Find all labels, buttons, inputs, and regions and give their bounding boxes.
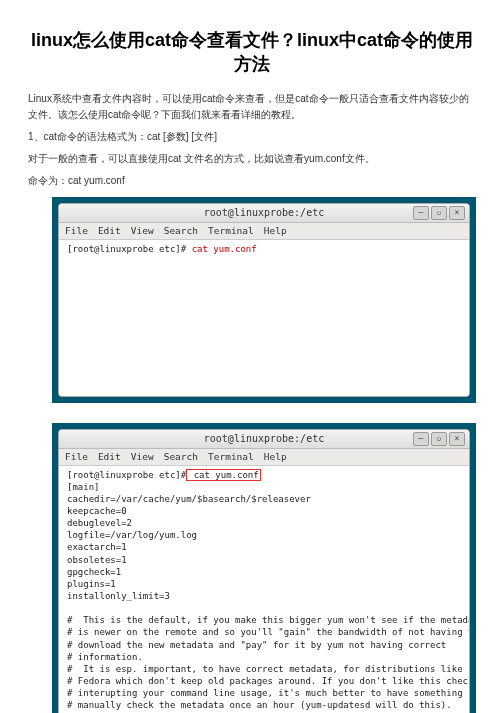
menu-help[interactable]: Help <box>264 223 287 239</box>
menu-view[interactable]: View <box>131 223 154 239</box>
terminal-content[interactable]: [root@linuxprobe etc]# cat yum.conf <box>59 240 469 396</box>
menu-terminal[interactable]: Terminal <box>208 449 254 465</box>
window-titlebar: root@linuxprobe:/etc – ▫ × <box>59 204 469 223</box>
paragraph-syntax: 1、cat命令的语法格式为：cat [参数] [文件] <box>28 129 476 145</box>
page-title: linux怎么使用cat命令查看文件？linux中cat命令的使用方法 <box>28 28 476 77</box>
terminal-output: [main] cachedir=/var/cache/yum/$basearch… <box>67 482 469 713</box>
paragraph-command: 命令为：cat yum.conf <box>28 173 476 189</box>
minimize-button[interactable]: – <box>413 432 429 446</box>
menu-view[interactable]: View <box>131 449 154 465</box>
terminal-screenshot-2: root@linuxprobe:/etc – ▫ × File Edit Vie… <box>52 423 476 713</box>
highlighted-command: cat yum.conf <box>186 469 260 481</box>
paragraph-intro: Linux系统中查看文件内容时，可以使用cat命令来查看，但是cat命令一般只适… <box>28 91 476 123</box>
menu-file[interactable]: File <box>65 449 88 465</box>
terminal-screenshot-1: root@linuxprobe:/etc – ▫ × File Edit Vie… <box>52 197 476 403</box>
menu-edit[interactable]: Edit <box>98 223 121 239</box>
window-controls: – ▫ × <box>413 432 465 446</box>
menu-search[interactable]: Search <box>164 449 198 465</box>
window-controls: – ▫ × <box>413 206 465 220</box>
menu-search[interactable]: Search <box>164 223 198 239</box>
terminal-content[interactable]: [root@linuxprobe etc]# cat yum.conf [mai… <box>59 466 469 713</box>
menu-edit[interactable]: Edit <box>98 449 121 465</box>
menu-bar: File Edit View Search Terminal Help <box>59 223 469 240</box>
window-titlebar: root@linuxprobe:/etc – ▫ × <box>59 430 469 449</box>
command-text: cat yum.conf <box>192 244 257 254</box>
close-button[interactable]: × <box>449 432 465 446</box>
window-title: root@linuxprobe:/etc <box>204 207 324 218</box>
menu-terminal[interactable]: Terminal <box>208 223 254 239</box>
maximize-button[interactable]: ▫ <box>431 432 447 446</box>
menu-bar: File Edit View Search Terminal Help <box>59 449 469 466</box>
terminal-window: root@linuxprobe:/etc – ▫ × File Edit Vie… <box>58 203 470 397</box>
window-title: root@linuxprobe:/etc <box>204 433 324 444</box>
prompt-text: [root@linuxprobe etc]# <box>67 244 192 254</box>
prompt-text: [root@linuxprobe etc]# <box>67 470 186 480</box>
paragraph-example-intro: 对于一般的查看，可以直接使用cat 文件名的方式，比如说查看yum.conf文件… <box>28 151 476 167</box>
menu-file[interactable]: File <box>65 223 88 239</box>
menu-help[interactable]: Help <box>264 449 287 465</box>
terminal-window: root@linuxprobe:/etc – ▫ × File Edit Vie… <box>58 429 470 713</box>
minimize-button[interactable]: – <box>413 206 429 220</box>
close-button[interactable]: × <box>449 206 465 220</box>
maximize-button[interactable]: ▫ <box>431 206 447 220</box>
